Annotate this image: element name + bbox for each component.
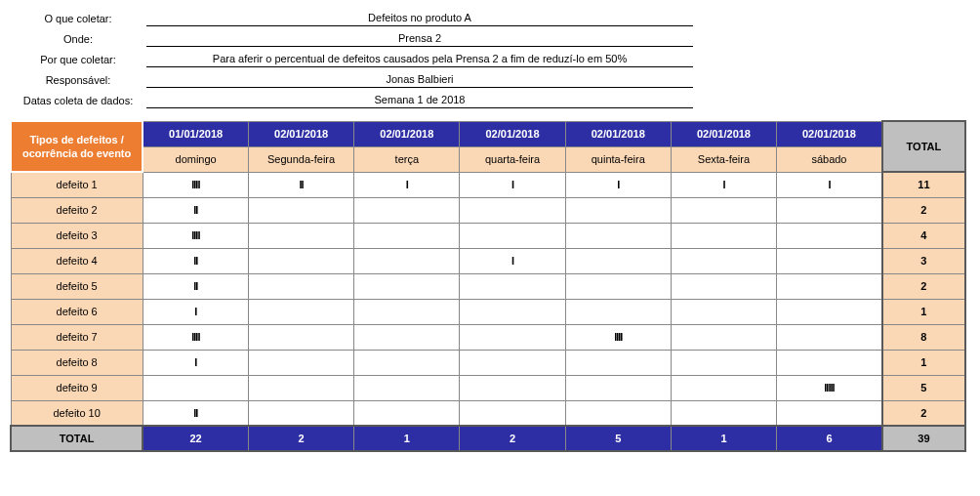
defect-label: defeito 4 (11, 248, 143, 273)
tally-cell (671, 324, 776, 350)
tally-cell (777, 400, 882, 426)
tally-cell: IIII (143, 223, 248, 248)
tally-cell (565, 273, 671, 299)
defect-label: defeito 5 (11, 273, 143, 299)
tally-cell (777, 197, 882, 223)
tally-cell: I (671, 172, 776, 197)
tally-cell (671, 350, 776, 375)
grand-total: 39 (882, 426, 965, 451)
tally-cell (354, 324, 460, 350)
tally-cell (248, 400, 353, 426)
row-total: 2 (882, 273, 965, 299)
row-total: 2 (882, 400, 965, 426)
tally-cell (671, 400, 776, 426)
tally-cell (671, 273, 776, 299)
meta-label: Por que coletar: (10, 52, 146, 67)
defect-label: defeito 7 (11, 324, 143, 350)
header-total: TOTAL (882, 121, 965, 172)
tally-cell (354, 375, 460, 400)
tally-cell (143, 375, 248, 400)
header-date: 02/01/2018 (248, 121, 353, 146)
defect-label: defeito 8 (11, 350, 143, 375)
header-date: 02/01/2018 (565, 121, 671, 146)
defect-label: defeito 2 (11, 197, 143, 223)
meta-label: Responsável: (10, 72, 146, 88)
tally-cell (671, 197, 776, 223)
meta-value: Para aferir o percentual de defeitos cau… (146, 51, 693, 67)
tally-cell: I (143, 299, 248, 324)
meta-label: O que coletar: (10, 11, 146, 26)
column-total: 2 (460, 426, 565, 451)
meta-row: Por que coletar:Para aferir o percentual… (10, 51, 693, 67)
column-total: 6 (777, 426, 882, 451)
tally-cell (565, 197, 671, 223)
tally-cell (354, 400, 460, 426)
tally-cell (671, 248, 776, 273)
tally-cell (777, 273, 882, 299)
tally-cell: I (354, 172, 460, 197)
meta-row: O que coletar:Defeitos no produto A (10, 10, 693, 26)
tally-cell (248, 375, 353, 400)
tally-cell (248, 248, 353, 273)
tally-cell (460, 350, 565, 375)
row-total: 1 (882, 350, 965, 375)
defect-label: defeito 6 (11, 299, 143, 324)
header-weekday: quarta-feira (460, 146, 565, 172)
tally-cell (565, 223, 671, 248)
header-weekday: domingo (143, 146, 248, 172)
meta-row: Onde:Prensa 2 (10, 30, 693, 47)
tally-sheet: Tipos de defeitos / ocorrência do evento… (10, 120, 966, 452)
tally-cell (777, 299, 882, 324)
tally-cell (460, 223, 565, 248)
tally-cell (460, 400, 565, 426)
tally-cell (354, 350, 460, 375)
tally-cell: I (565, 172, 671, 197)
tally-cell (460, 273, 565, 299)
tally-cell (777, 350, 882, 375)
meta-value: Defeitos no produto A (146, 10, 693, 26)
row-total: 11 (882, 172, 965, 197)
tally-cell (565, 248, 671, 273)
tally-cell: IIII (565, 324, 671, 350)
tally-cell (777, 324, 882, 350)
row-total: 2 (882, 197, 965, 223)
header-date: 02/01/2018 (354, 121, 460, 146)
meta-label: Onde: (10, 31, 146, 47)
column-total: 22 (143, 426, 248, 451)
tally-cell (565, 400, 671, 426)
tally-cell (354, 273, 460, 299)
header-weekday: Sexta-feira (671, 146, 776, 172)
tally-cell (248, 299, 353, 324)
tally-cell: I (777, 172, 882, 197)
tally-cell (354, 197, 460, 223)
tally-cell (671, 375, 776, 400)
tally-cell (354, 223, 460, 248)
tally-cell (354, 299, 460, 324)
meta-value: Prensa 2 (146, 30, 693, 47)
column-total: 1 (354, 426, 460, 451)
meta-row: Datas coleta de dados:Semana 1 de 2018 (10, 92, 693, 108)
tally-cell (777, 223, 882, 248)
tally-cell: I (460, 248, 565, 273)
meta-value: Jonas Balbieri (146, 71, 693, 88)
meta-label: Datas coleta de dados: (10, 93, 146, 108)
tally-cell (565, 350, 671, 375)
tally-cell (777, 248, 882, 273)
tally-cell (248, 324, 353, 350)
tally-cell: II (143, 400, 248, 426)
meta-row: Responsável:Jonas Balbieri (10, 71, 693, 88)
tally-cell (248, 223, 353, 248)
row-total: 5 (882, 375, 965, 400)
row-total: 1 (882, 299, 965, 324)
tally-cell (248, 273, 353, 299)
tally-cell (354, 248, 460, 273)
header-date: 02/01/2018 (671, 121, 776, 146)
footer-total-label: TOTAL (11, 426, 143, 451)
column-total: 2 (248, 426, 353, 451)
header-date: 02/01/2018 (777, 121, 882, 146)
header-date: 01/01/2018 (143, 121, 248, 146)
header-weekday: Segunda-feira (248, 146, 353, 172)
header-weekday: sábado (777, 146, 882, 172)
tally-cell (460, 375, 565, 400)
defect-label: defeito 10 (11, 400, 143, 426)
